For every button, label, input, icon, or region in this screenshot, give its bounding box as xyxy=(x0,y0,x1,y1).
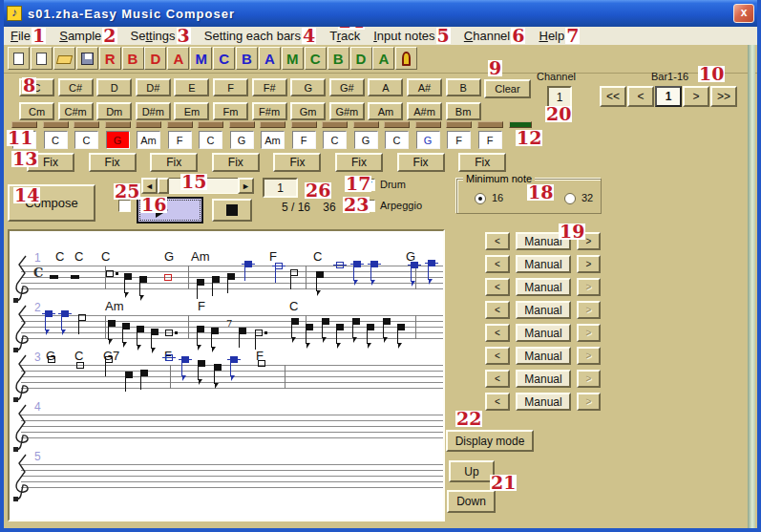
minnote-32-radio[interactable] xyxy=(564,193,576,204)
track-C-button[interactable]: C xyxy=(305,47,327,70)
menu-item-channel[interactable]: Channel6 xyxy=(457,27,533,46)
manual-left-button[interactable]: < xyxy=(485,278,510,296)
manual-right-button[interactable]: > xyxy=(577,255,601,273)
manual-button[interactable]: Manual xyxy=(516,347,571,365)
sequence-chord-box[interactable]: C xyxy=(199,131,222,149)
note-mark[interactable] xyxy=(227,273,235,280)
track-C-button[interactable]: C xyxy=(213,47,235,70)
note-mark[interactable] xyxy=(139,276,147,283)
note-mark[interactable] xyxy=(322,318,329,325)
sequence-chord-box[interactable]: F xyxy=(292,131,316,149)
note-mark[interactable] xyxy=(367,324,374,330)
major-chord-D#[interactable]: D# xyxy=(136,78,171,96)
scrollbar-thumb[interactable] xyxy=(158,178,169,194)
note-mark[interactable] xyxy=(197,326,204,332)
minor-chord-A#m[interactable]: A#m xyxy=(407,102,442,120)
down-button[interactable]: Down xyxy=(447,490,496,513)
major-chord-F#[interactable]: F# xyxy=(252,78,287,96)
bar-current-button[interactable]: 1 xyxy=(655,86,682,107)
major-chord-F[interactable]: F xyxy=(213,78,248,96)
note-mark[interactable] xyxy=(336,262,344,268)
stop-button[interactable] xyxy=(212,199,252,222)
menu-item-settings[interactable]: Settings3 xyxy=(124,27,198,46)
sequence-chord-box[interactable]: C xyxy=(323,131,347,149)
note-mark[interactable] xyxy=(137,326,144,332)
minor-chord-Am[interactable]: Am xyxy=(368,102,403,120)
note-mark[interactable] xyxy=(61,310,69,317)
bar-prev-button[interactable]: < xyxy=(627,86,654,107)
track-A-button[interactable]: A xyxy=(259,47,281,70)
minor-chord-C#m[interactable]: C#m xyxy=(58,102,94,120)
sequence-chord-box[interactable]: G xyxy=(354,131,378,149)
note-mark[interactable] xyxy=(353,261,361,267)
manual-right-button[interactable]: > xyxy=(577,278,601,296)
track-R-button[interactable]: R xyxy=(99,47,121,70)
note-mark[interactable] xyxy=(275,263,283,269)
menu-item-track[interactable]: Track24 xyxy=(323,28,367,45)
fix-button[interactable]: Fix xyxy=(150,153,198,172)
rest-mark[interactable] xyxy=(50,275,58,279)
open-folder-button[interactable] xyxy=(53,47,75,70)
manual-left-button[interactable]: < xyxy=(485,393,510,411)
track-D-button[interactable]: D xyxy=(350,47,372,70)
note-mark[interactable] xyxy=(48,356,55,363)
manual-left-button[interactable]: < xyxy=(485,301,510,319)
note-mark[interactable] xyxy=(164,274,172,281)
note-mark[interactable] xyxy=(212,276,220,283)
note-mark[interactable] xyxy=(397,324,405,330)
major-chord-G#[interactable]: G# xyxy=(329,78,365,96)
display-mode-button[interactable]: Display mode xyxy=(446,430,534,452)
track-B-button[interactable]: B xyxy=(122,47,144,70)
track-M-button[interactable]: M xyxy=(190,47,212,70)
major-chord-C#[interactable]: C# xyxy=(58,78,94,96)
fix-button[interactable]: Fix xyxy=(458,153,506,172)
manual-button[interactable]: Manual xyxy=(516,301,571,319)
manual-right-button[interactable]: > xyxy=(577,393,601,411)
note-mark[interactable] xyxy=(411,262,418,268)
menu-item-input-notes[interactable]: Input notes5 xyxy=(367,27,457,46)
fix-button[interactable]: Fix xyxy=(212,153,260,172)
save-floppy-button[interactable] xyxy=(76,47,98,70)
note-mark[interactable] xyxy=(125,372,133,378)
note-mark[interactable] xyxy=(140,370,148,376)
minor-chord-Dm[interactable]: Dm xyxy=(96,102,132,120)
bar-first-button[interactable]: << xyxy=(600,86,626,107)
note-mark[interactable] xyxy=(122,323,130,330)
scrollbar-right-arrow[interactable]: ► xyxy=(238,178,254,194)
manual-button[interactable]: Manual xyxy=(516,370,571,388)
manual-button[interactable]: Manual xyxy=(516,393,571,411)
track-A-button[interactable]: A xyxy=(167,47,189,70)
note-mark[interactable] xyxy=(352,318,360,325)
menu-item-sample[interactable]: Sample2 xyxy=(53,27,123,46)
sequence-chord-box[interactable]: G xyxy=(230,131,254,149)
note-mark[interactable] xyxy=(428,260,435,266)
manual-left-button[interactable]: < xyxy=(485,324,510,342)
note-mark[interactable] xyxy=(290,269,298,276)
note-mark[interactable] xyxy=(198,360,205,367)
sequence-chord-box[interactable]: Am xyxy=(261,131,285,149)
manual-right-button[interactable]: > xyxy=(577,301,601,319)
sequence-chord-box[interactable]: C xyxy=(74,131,98,149)
sequence-chord-box[interactable]: G xyxy=(106,131,130,149)
close-icon[interactable]: x xyxy=(733,4,754,23)
note-mark[interactable] xyxy=(316,271,324,278)
sequence-chord-box[interactable]: F xyxy=(447,131,471,149)
manual-left-button[interactable]: < xyxy=(485,347,510,365)
clear-button[interactable]: Clear xyxy=(484,79,531,98)
menu-item-help[interactable]: Help7 xyxy=(532,27,586,46)
note-mark[interactable] xyxy=(306,324,313,330)
major-chord-B[interactable]: B xyxy=(446,78,481,96)
note-mark[interactable] xyxy=(244,261,252,267)
note-mark[interactable] xyxy=(239,328,246,334)
major-chord-D[interactable]: D xyxy=(96,78,132,96)
note-mark[interactable] xyxy=(197,279,204,286)
manual-right-button[interactable]: > xyxy=(577,370,601,388)
score-panel[interactable]: 1CCCGAmFCGC2AmFC73GCG7FF45 xyxy=(8,229,445,521)
manual-button[interactable]: Manual xyxy=(516,324,571,342)
menu-item-setting-each-bars[interactable]: Setting each bars4 xyxy=(198,27,323,46)
track-B-button[interactable]: B xyxy=(328,47,349,70)
fix-button[interactable]: Fix xyxy=(273,153,321,172)
bar-last-button[interactable]: >> xyxy=(710,86,737,107)
fix-button[interactable]: Fix xyxy=(89,153,137,172)
note-mark[interactable] xyxy=(45,310,53,317)
